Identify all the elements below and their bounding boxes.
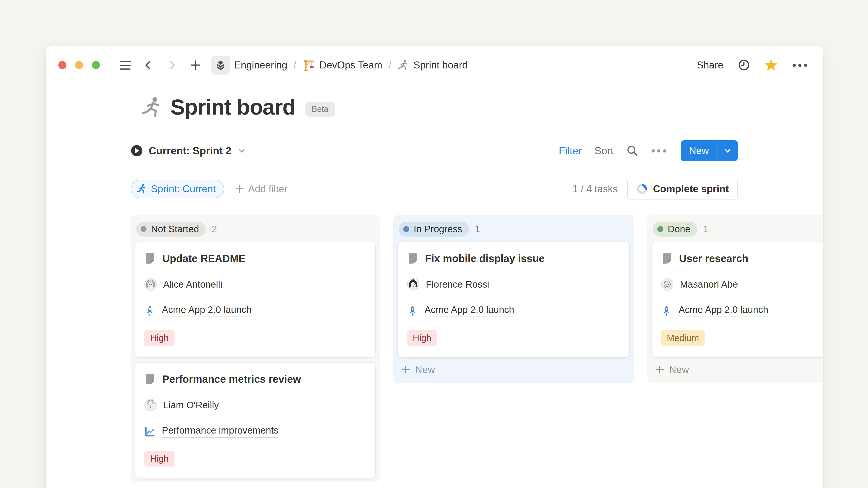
status-dot	[403, 226, 409, 232]
column-header: Not Started 2	[135, 219, 375, 242]
breadcrumb-sprint-board[interactable]: Sprint board	[398, 59, 468, 71]
beta-badge: Beta	[305, 102, 335, 117]
rocket-icon	[661, 305, 672, 317]
status-dot	[657, 226, 663, 232]
rocket-icon	[144, 305, 156, 317]
status-label: Done	[668, 224, 690, 234]
add-card-button[interactable]: New	[652, 357, 823, 379]
view-more-icon[interactable]: •••	[651, 145, 668, 157]
forward-icon[interactable]	[166, 59, 178, 71]
assignee-name: Florence Rossi	[426, 279, 489, 290]
add-card-label: New	[415, 364, 435, 375]
project-row: Acme App 2.0 launch	[407, 304, 620, 317]
rocket-icon	[407, 305, 418, 317]
assignee-row: Masanori Abe	[661, 278, 823, 291]
more-icon[interactable]: •••	[792, 59, 809, 71]
breadcrumb-separator: /	[388, 59, 392, 71]
new-task-button[interactable]: New	[681, 140, 738, 161]
task-card-update-readme[interactable]: Update README Alice Antonelli	[135, 242, 375, 357]
column-header: Done 1	[652, 219, 823, 242]
priority-badge: High	[407, 330, 437, 346]
sort-button[interactable]: Sort	[594, 144, 614, 157]
traffic-lights	[58, 61, 100, 69]
new-page-plus-icon[interactable]	[189, 59, 201, 71]
window-topbar: Engineering / DevOps Team	[46, 46, 823, 80]
assignee-row: Florence Rossi	[407, 278, 620, 291]
play-icon	[131, 144, 143, 157]
page-icon	[661, 253, 673, 264]
runner-icon	[398, 59, 409, 71]
breadcrumb-separator: /	[293, 59, 297, 71]
column-done: Done 1 User research	[647, 215, 823, 383]
status-dot	[141, 226, 147, 232]
project-link[interactable]: Performance improvements	[162, 425, 278, 438]
project-row: Acme App 2.0 launch	[661, 304, 823, 317]
tasks-count: 1 / 4 tasks	[572, 183, 618, 195]
add-filter-button[interactable]: Add filter	[235, 183, 287, 195]
task-card-performance-metrics[interactable]: Performance metrics review	[135, 363, 375, 478]
layers-icon	[211, 56, 230, 74]
status-pill-not-started[interactable]: Not Started	[136, 222, 206, 236]
priority-badge: Medium	[661, 330, 705, 346]
project-link[interactable]: Acme App 2.0 launch	[425, 304, 514, 317]
status-pill-in-progress[interactable]: In Progress	[399, 222, 469, 236]
breadcrumb: Engineering / DevOps Team	[211, 56, 468, 74]
zoom-window-button[interactable]	[92, 61, 100, 69]
complete-sprint-button[interactable]: Complete sprint	[627, 178, 738, 200]
assignee-row: Liam O'Reilly	[144, 399, 366, 412]
priority-badge: High	[144, 330, 175, 346]
project-link[interactable]: Acme App 2.0 launch	[679, 304, 768, 317]
back-icon[interactable]	[143, 59, 154, 71]
page-icon	[144, 253, 156, 264]
column-in-progress: In Progress 1 Fix mobile display issue	[393, 215, 634, 383]
column-count: 2	[212, 224, 217, 234]
avatar-florence	[407, 278, 420, 291]
page-title: Sprint board	[170, 95, 296, 120]
assignee-row: Alice Antonelli	[144, 278, 366, 291]
column-not-started: Not Started 2 Update README	[131, 215, 380, 482]
project-row: Performance improvements	[144, 425, 366, 438]
favorite-star-icon[interactable]	[765, 59, 778, 72]
view-switcher[interactable]: Current: Sprint 2	[131, 144, 246, 157]
chevron-down-icon	[237, 146, 246, 155]
status-label: In Progress	[414, 224, 462, 234]
new-task-label[interactable]: New	[681, 140, 717, 161]
filter-bar: Sprint: Current Add filter 1 / 4 tasks C…	[131, 178, 738, 200]
sprint-filter-label: Sprint: Current	[151, 183, 216, 195]
chevron-down-icon[interactable]	[717, 140, 738, 161]
breadcrumb-label: Sprint board	[413, 59, 468, 71]
share-button[interactable]: Share	[697, 59, 723, 71]
clock-icon[interactable]	[738, 59, 750, 71]
breadcrumb-label: DevOps Team	[319, 59, 382, 71]
minimize-window-button[interactable]	[75, 61, 83, 69]
complete-sprint-label: Complete sprint	[653, 183, 729, 195]
card-title-text: Fix mobile display issue	[425, 252, 545, 265]
assignee-name: Liam O'Reilly	[163, 400, 219, 411]
project-link[interactable]: Acme App 2.0 launch	[162, 304, 252, 317]
status-pill-done[interactable]: Done	[653, 222, 697, 236]
task-card-fix-mobile[interactable]: Fix mobile display issue	[398, 242, 629, 357]
assignee-name: Masanori Abe	[680, 279, 738, 290]
breadcrumb-engineering[interactable]: Engineering	[211, 56, 287, 74]
breadcrumb-devops-team[interactable]: DevOps Team	[303, 59, 382, 71]
page-icon	[407, 253, 418, 264]
page-icon	[144, 373, 156, 385]
chart-increasing-icon	[144, 426, 156, 437]
close-window-button[interactable]	[58, 61, 66, 69]
task-card-user-research[interactable]: User research Masanori Ab	[652, 242, 823, 357]
card-title-text: User research	[679, 252, 748, 265]
sprint-filter-chip[interactable]: Sprint: Current	[131, 180, 224, 198]
add-card-button[interactable]: New	[398, 357, 629, 379]
card-title-text: Update README	[162, 252, 246, 265]
filter-button[interactable]: Filter	[559, 144, 582, 157]
priority-badge: High	[144, 451, 175, 466]
add-filter-label: Add filter	[248, 183, 287, 195]
sidebar-menu-icon[interactable]	[120, 61, 131, 70]
avatar-liam	[144, 399, 157, 412]
search-icon[interactable]	[626, 144, 638, 157]
runner-icon	[142, 96, 163, 118]
progress-ring-icon	[636, 183, 648, 195]
page-header: Sprint board Beta	[142, 95, 738, 120]
project-row: Acme App 2.0 launch	[144, 304, 366, 317]
kanban-board: Not Started 2 Update README	[131, 215, 823, 482]
